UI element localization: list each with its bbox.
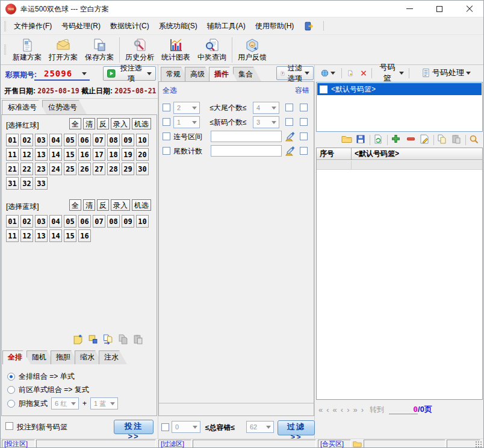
red-ball[interactable]: 07 xyxy=(93,134,105,146)
blue-ball[interactable]: 10 xyxy=(136,215,149,228)
red-action-button[interactable]: 全 xyxy=(69,118,81,129)
red-ball[interactable]: 27 xyxy=(93,163,105,175)
newcode-min-select[interactable]: 1 xyxy=(173,116,200,128)
open-plan-button[interactable]: 打开方案 xyxy=(45,36,81,64)
stats-chart-button[interactable]: 统计图表 xyxy=(158,36,194,64)
delete-basket-button[interactable] xyxy=(357,66,370,79)
close-button[interactable] xyxy=(456,1,483,17)
blue-ball[interactable]: 03 xyxy=(35,215,48,228)
tab-standard-pick[interactable]: 标准选号 xyxy=(2,100,46,114)
red-ball[interactable]: 32 xyxy=(20,177,33,190)
red-ball[interactable]: 22 xyxy=(20,163,33,175)
bigtail-tolerance-checkbox[interactable] xyxy=(300,104,308,111)
blue-ball[interactable]: 11 xyxy=(6,229,19,242)
new-basket-button[interactable] xyxy=(344,66,357,79)
tab-shrink[interactable]: 缩水 xyxy=(75,350,103,364)
radio-dan-tuo[interactable] xyxy=(7,400,15,408)
recycle-button[interactable] xyxy=(373,134,384,145)
newcode-flag-checkbox[interactable] xyxy=(285,118,293,126)
red-ball[interactable]: 06 xyxy=(78,134,91,146)
red-ball[interactable]: 26 xyxy=(78,163,91,175)
pager-nav-button[interactable]: « xyxy=(333,405,337,414)
history-analysis-button[interactable]: 历史分析 xyxy=(122,36,158,64)
menu-item[interactable]: 使用帮助(H) xyxy=(250,17,299,34)
blue-ball[interactable]: 16 xyxy=(78,229,91,242)
add-row-button[interactable] xyxy=(391,134,402,145)
pager-nav-button[interactable]: › xyxy=(361,405,364,414)
blue-ball[interactable]: 04 xyxy=(49,215,62,228)
serial-range-input[interactable] xyxy=(211,131,282,142)
red-ball[interactable]: 15 xyxy=(64,148,76,161)
red-ball[interactable]: 02 xyxy=(20,134,33,146)
sticky-note-button[interactable] xyxy=(73,334,83,344)
tab-full-permutation[interactable]: 全排 xyxy=(2,350,31,364)
filter-button[interactable]: 过滤 >> xyxy=(278,420,315,435)
minimize-button[interactable] xyxy=(396,1,423,17)
red-ball[interactable]: 29 xyxy=(122,163,134,175)
basket-item-checkbox[interactable] xyxy=(320,86,327,93)
pager-nav-button[interactable]: » xyxy=(353,405,358,414)
network-button[interactable] xyxy=(317,66,339,79)
dan-blue-select[interactable]: 1 蓝 xyxy=(90,397,118,409)
edit-row-button[interactable] xyxy=(420,134,430,145)
bigtail-enable-checkbox[interactable] xyxy=(163,104,170,111)
tab-position-pick[interactable]: 位势选号 xyxy=(42,100,87,114)
page-input[interactable]: 0 xyxy=(389,405,418,414)
copy-button-disabled[interactable] xyxy=(118,334,128,344)
red-ball[interactable]: 18 xyxy=(107,148,120,161)
pager-nav-button[interactable]: ‹ xyxy=(326,405,329,414)
blue-ball[interactable]: 07 xyxy=(93,215,105,228)
number-process-button[interactable]: 号码处理 xyxy=(411,66,481,79)
serial-range-checkbox[interactable] xyxy=(163,132,170,140)
copy-to-basket-button[interactable] xyxy=(88,334,98,344)
feedback-button[interactable]: 用户反馈 xyxy=(234,36,270,64)
issue-combobox[interactable]: 25096 xyxy=(34,67,90,81)
total-tolerance-min-select[interactable]: 0 xyxy=(172,421,200,433)
tail-count-edit-button[interactable] xyxy=(285,146,296,156)
red-ball[interactable]: 16 xyxy=(78,148,91,161)
red-ball[interactable]: 31 xyxy=(6,177,19,190)
paste-rows-button[interactable] xyxy=(451,134,462,145)
red-ball[interactable]: 08 xyxy=(107,134,120,146)
red-action-button[interactable]: 录入 xyxy=(111,118,130,129)
save-plan-button[interactable]: 保存方案 xyxy=(81,36,117,64)
red-ball[interactable]: 33 xyxy=(35,177,48,190)
tab-collection[interactable]: 集合 xyxy=(233,67,261,81)
red-ball[interactable]: 13 xyxy=(35,148,48,161)
red-ball[interactable]: 19 xyxy=(122,148,134,161)
blue-ball[interactable]: 05 xyxy=(64,215,76,228)
blue-ball[interactable]: 13 xyxy=(35,229,48,242)
tab-advanced[interactable]: 高级 xyxy=(185,67,213,81)
blue-ball[interactable]: 14 xyxy=(49,229,62,242)
red-ball[interactable]: 12 xyxy=(20,148,33,161)
blue-action-button[interactable]: 清 xyxy=(83,199,95,211)
save-basket-button[interactable] xyxy=(356,134,367,145)
tab-plugin[interactable]: 插件 xyxy=(209,67,237,81)
blue-ball[interactable]: 12 xyxy=(20,229,33,242)
prize-query-button[interactable]: 中奖查询 xyxy=(194,36,230,64)
newcode-tolerance-checkbox[interactable] xyxy=(300,118,308,126)
red-ball[interactable]: 01 xyxy=(6,134,19,146)
tail-count-tolerance-checkbox[interactable] xyxy=(300,147,308,155)
red-ball[interactable]: 03 xyxy=(35,134,48,146)
blue-ball[interactable]: 15 xyxy=(64,229,76,242)
tolerance-link[interactable]: 容错 xyxy=(295,86,309,96)
red-action-button[interactable]: 反 xyxy=(97,118,109,129)
bet-button[interactable]: 投注 >> xyxy=(114,420,154,434)
move-pages-button[interactable] xyxy=(103,334,113,344)
open-basket-button[interactable] xyxy=(341,134,352,145)
pager-nav-button[interactable]: › xyxy=(347,405,349,414)
blue-ball[interactable]: 08 xyxy=(107,215,120,228)
total-tolerance-max-select[interactable]: 62 xyxy=(246,421,274,433)
red-ball[interactable]: 28 xyxy=(107,163,120,175)
tab-inflate[interactable]: 注水 xyxy=(99,350,127,364)
red-ball[interactable]: 25 xyxy=(64,163,76,175)
blue-action-button[interactable]: 反 xyxy=(97,199,109,211)
tab-drag-dan[interactable]: 拖胆 xyxy=(51,350,79,364)
red-ball[interactable]: 05 xyxy=(64,134,76,146)
red-ball[interactable]: 10 xyxy=(136,134,149,146)
select-all-link[interactable]: 全选 xyxy=(163,86,177,96)
red-action-button[interactable]: 机选 xyxy=(132,118,151,129)
red-ball[interactable]: 17 xyxy=(93,148,105,161)
radio-full-combo[interactable] xyxy=(7,373,15,381)
